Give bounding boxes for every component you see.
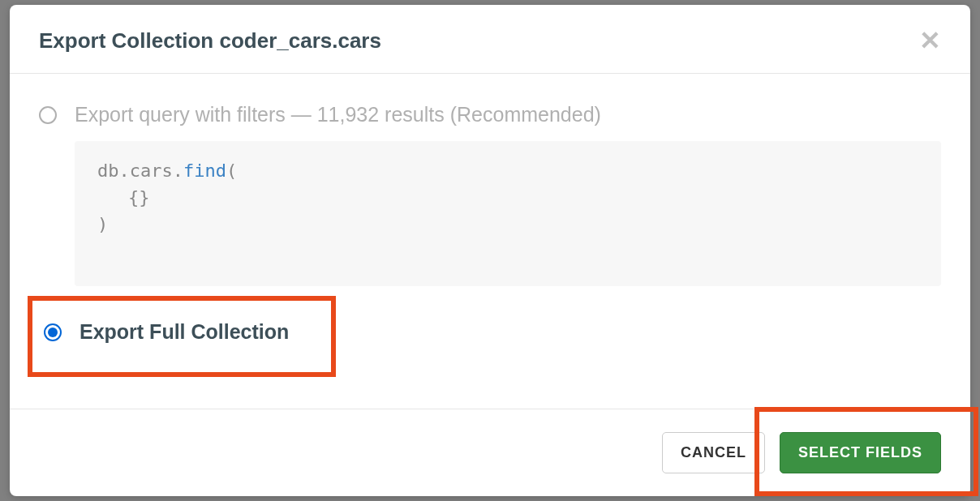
export-full-collection-label: Export Full Collection bbox=[80, 320, 289, 344]
modal-footer: CANCEL SELECT FIELDS bbox=[10, 409, 970, 496]
code-line-1: db.cars.find( bbox=[97, 157, 918, 184]
modal-title: Export Collection coder_cars.cars bbox=[39, 28, 381, 54]
modal-body: Export query with filters — 11,932 resul… bbox=[10, 74, 970, 409]
export-query-filters-option[interactable]: Export query with filters — 11,932 resul… bbox=[39, 103, 941, 126]
export-query-filters-label: Export query with filters — 11,932 resul… bbox=[75, 103, 601, 126]
modal-header: Export Collection coder_cars.cars ✕ bbox=[10, 5, 970, 74]
cancel-button[interactable]: CANCEL bbox=[662, 432, 765, 473]
close-icon[interactable]: ✕ bbox=[919, 28, 941, 54]
radio-unselected-icon[interactable] bbox=[39, 106, 57, 124]
select-fields-button[interactable]: SELECT FIELDS bbox=[780, 432, 941, 473]
query-code-block: db.cars.find( {} ) bbox=[75, 141, 941, 286]
export-collection-modal: Export Collection coder_cars.cars ✕ Expo… bbox=[10, 5, 970, 496]
radio-selected-icon[interactable] bbox=[44, 323, 62, 341]
code-line-3: ) bbox=[97, 211, 918, 238]
export-full-collection-option[interactable]: Export Full Collection bbox=[39, 320, 941, 344]
code-line-2: {} bbox=[97, 184, 918, 211]
